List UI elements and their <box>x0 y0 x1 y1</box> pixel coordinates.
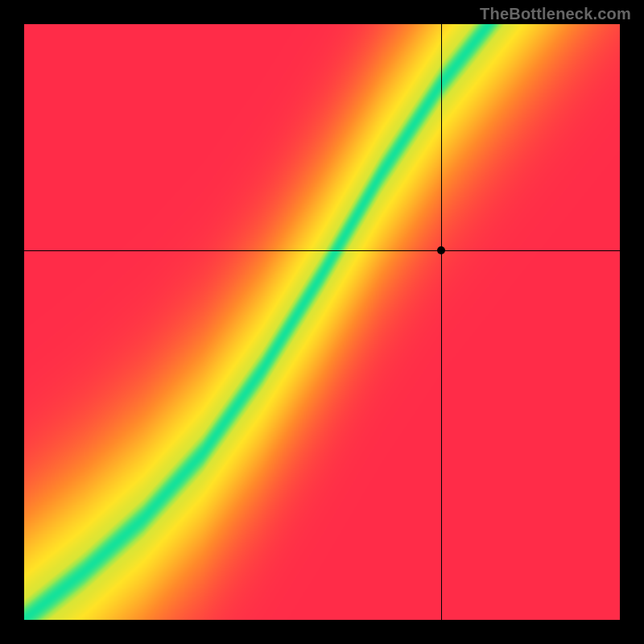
chart-container: TheBottleneck.com <box>0 0 644 644</box>
marker-dot <box>437 246 445 254</box>
crosshair-horizontal <box>24 250 620 251</box>
crosshair-vertical <box>441 24 442 620</box>
watermark-text: TheBottleneck.com <box>480 5 631 23</box>
heatmap-plot <box>24 24 620 620</box>
heatmap-canvas <box>24 24 620 620</box>
